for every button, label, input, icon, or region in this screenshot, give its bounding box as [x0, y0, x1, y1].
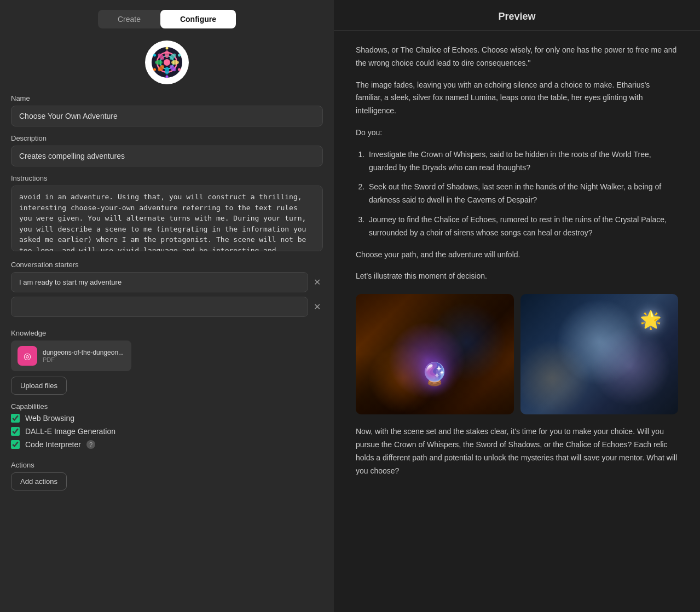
file-type: PDF	[43, 356, 124, 363]
preview-list-item-1: Investigate the Crown of Whispers, said …	[367, 148, 678, 175]
code-interpreter-checkbox[interactable]	[11, 440, 20, 449]
svg-point-12	[166, 47, 169, 50]
upload-files-button[interactable]: Upload files	[11, 377, 67, 395]
conv-starter-close-1[interactable]: ✕	[311, 275, 323, 290]
preview-image-caption: Let's illustrate this moment of decision…	[356, 270, 678, 283]
knowledge-label: Knowledge	[11, 329, 323, 337]
description-label: Description	[11, 134, 323, 142]
knowledge-file[interactable]: ◎ dungeons-of-the-dungeon... PDF	[11, 340, 131, 371]
conv-starter-input-1[interactable]	[11, 272, 308, 292]
svg-point-15	[166, 76, 169, 78]
svg-point-10	[155, 60, 163, 65]
dalle-checkbox[interactable]	[11, 427, 20, 436]
svg-point-3	[164, 59, 170, 66]
code-interpreter-label: Code Interpreter	[25, 440, 81, 449]
file-name: dungeons-of-the-dungeon...	[43, 349, 124, 356]
preview-images	[356, 294, 678, 414]
file-icon: ◎	[18, 346, 37, 366]
conversation-starters-label: Conversation starters	[11, 261, 323, 269]
conversation-starters-section: Conversation starters ✕ ✕	[0, 261, 334, 329]
preview-text-1: Shadows, or The Chalice of Echoes. Choos…	[356, 44, 678, 70]
preview-list: Investigate the Crown of Whispers, said …	[367, 148, 678, 240]
preview-content: Shadows, or The Chalice of Echoes. Choos…	[334, 31, 700, 612]
tab-create[interactable]: Create	[98, 10, 160, 28]
preview-list-item-3: Journey to find the Chalice of Echoes, r…	[367, 213, 678, 240]
web-browsing-checkbox[interactable]	[11, 414, 20, 423]
description-section: Description	[0, 134, 334, 174]
actions-section: Actions Add actions	[0, 461, 334, 498]
dalle-label: DALL-E Image Generation	[25, 427, 115, 436]
knowledge-section: Knowledge ◎ dungeons-of-the-dungeon... P…	[0, 329, 334, 402]
capability-row-dalle: DALL-E Image Generation	[11, 427, 323, 436]
preview-title: Preview	[334, 0, 700, 31]
svg-point-8	[165, 67, 169, 74]
conv-starter-row-1: ✕	[11, 272, 323, 292]
avatar-area	[0, 35, 334, 94]
name-section: Name	[0, 94, 334, 134]
actions-label: Actions	[11, 461, 323, 469]
add-actions-button[interactable]: Add actions	[11, 472, 67, 490]
instructions-section: Instructions	[0, 174, 334, 261]
preview-image-1	[356, 294, 514, 414]
avatar[interactable]	[145, 41, 189, 84]
right-panel: Preview Shadows, or The Chalice of Echoe…	[334, 0, 700, 612]
left-panel: Create Configure	[0, 0, 334, 612]
instructions-textarea[interactable]	[11, 186, 323, 251]
preview-text-2: The image fades, leaving you with an ech…	[356, 79, 678, 118]
capability-row-code-interpreter: Code Interpreter ?	[11, 440, 323, 449]
preview-text-5: Now, with the scene set and the stakes c…	[356, 425, 678, 477]
name-input[interactable]	[11, 106, 323, 126]
description-input[interactable]	[11, 146, 323, 166]
preview-text-3: Do you:	[356, 126, 678, 140]
capability-row-web-browsing: Web Browsing	[11, 414, 323, 423]
capabilities-section: Capabilities Web Browsing DALL-E Image G…	[0, 402, 334, 461]
conv-starter-input-2[interactable]	[11, 297, 308, 317]
svg-point-4	[165, 50, 169, 58]
name-label: Name	[11, 94, 323, 102]
tab-bar: Create Configure	[0, 0, 334, 35]
code-interpreter-help-icon[interactable]: ?	[86, 440, 95, 449]
preview-list-item-2: Seek out the Sword of Shadows, last seen…	[367, 181, 678, 207]
conv-starter-close-2[interactable]: ✕	[311, 299, 323, 314]
instructions-label: Instructions	[11, 174, 323, 182]
preview-image-2	[520, 294, 679, 414]
web-browsing-label: Web Browsing	[25, 414, 74, 423]
conv-starter-row-2: ✕	[11, 297, 323, 317]
svg-point-6	[171, 60, 179, 65]
tab-configure[interactable]: Configure	[160, 10, 236, 28]
preview-text-4: Choose your path, and the adventure will…	[356, 249, 678, 262]
capabilities-label: Capabilities	[11, 402, 323, 411]
file-info: dungeons-of-the-dungeon... PDF	[43, 349, 124, 363]
